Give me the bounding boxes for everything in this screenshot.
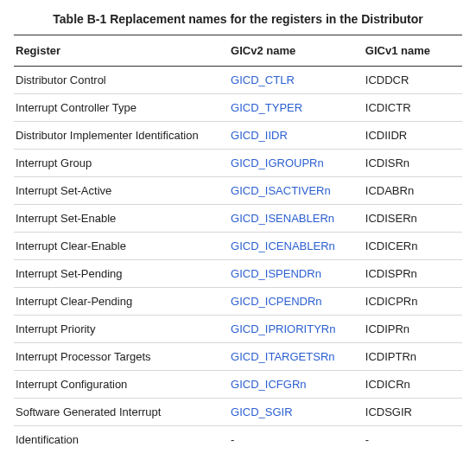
gicv2-link[interactable]: GICD_IGROUPRn (231, 156, 324, 169)
cell-gicv1-name: ICDISPRn (364, 260, 462, 288)
gicv2-link[interactable]: GICD_TYPER (231, 101, 302, 114)
table-row: Distributor ControlGICD_CTLRICDDCR (14, 67, 462, 94)
cell-gicv2-name: GICD_TYPER (229, 94, 364, 122)
cell-gicv1-name: ICDICPRn (364, 288, 462, 316)
cell-register: Interrupt Clear-Enable (14, 233, 229, 260)
table-row: Software Generated InterruptGICD_SGIRICD… (14, 399, 462, 426)
cell-register: Software Generated Interrupt (14, 399, 229, 426)
table-row: Interrupt Processor TargetsGICD_ITARGETS… (14, 343, 462, 371)
table-row: Interrupt GroupGICD_IGROUPRnICDISRn (14, 150, 462, 177)
table-row: Interrupt ConfigurationGICD_ICFGRnICDICR… (14, 371, 462, 399)
gicv2-link[interactable]: GICD_ISENABLERn (231, 212, 334, 225)
cell-gicv2-name: GICD_IIDR (229, 122, 364, 150)
cell-gicv1-name: ICDDCR (364, 67, 462, 94)
table-body: Distributor ControlGICD_CTLRICDDCRInterr… (14, 67, 462, 454)
cell-gicv2-name: GICD_IGROUPRn (229, 150, 364, 177)
cell-gicv2-name: GICD_ISPENDRn (229, 260, 364, 288)
table-row: Interrupt Set-PendingGICD_ISPENDRnICDISP… (14, 260, 462, 288)
cell-gicv2-name: GICD_IPRIORITYRn (229, 316, 364, 343)
table-row: Interrupt Set-ActiveGICD_ISACTIVERnICDAB… (14, 177, 462, 205)
cell-gicv2-name: GICD_CTLR (229, 67, 364, 94)
cell-register: Interrupt Clear-Pending (14, 288, 229, 316)
cell-register: Interrupt Priority (14, 316, 229, 343)
cell-register: Interrupt Set-Pending (14, 260, 229, 288)
gicv2-link[interactable]: GICD_ITARGETSRn (231, 350, 334, 363)
col-gicv1-name: GICv1 name (364, 35, 462, 67)
table-row: Interrupt Clear-EnableGICD_ICENABLERnICD… (14, 233, 462, 260)
table-row: Identification-- (14, 426, 462, 454)
cell-gicv1-name: ICDICTR (364, 94, 462, 122)
cell-gicv2-name: - (229, 426, 364, 454)
cell-gicv2-name: GICD_ICFGRn (229, 371, 364, 399)
gicv2-link[interactable]: GICD_ISPENDRn (231, 267, 321, 280)
cell-gicv1-name: ICDISERn (364, 205, 462, 233)
table-header-row: Register GICv2 name GICv1 name (14, 35, 462, 67)
cell-gicv1-name: ICDICRn (364, 371, 462, 399)
cell-gicv2-name: GICD_ICPENDRn (229, 288, 364, 316)
cell-gicv1-name: ICDIPTRn (364, 343, 462, 371)
gicv2-link[interactable]: GICD_CTLR (231, 73, 295, 86)
cell-gicv1-name: ICDSGIR (364, 399, 462, 426)
col-gicv2-name: GICv2 name (229, 35, 364, 67)
cell-register: Distributor Implementer Identification (14, 122, 229, 150)
gicv2-link[interactable]: GICD_ICPENDRn (231, 295, 321, 308)
gicv2-link[interactable]: GICD_ICENABLERn (231, 239, 335, 252)
cell-gicv2-name: GICD_ISACTIVERn (229, 177, 364, 205)
table-caption: Table B-1 Replacement names for the regi… (14, 12, 462, 26)
cell-gicv1-name: ICDISRn (364, 150, 462, 177)
cell-gicv1-name: ICDABRn (364, 177, 462, 205)
table-row: Interrupt Controller TypeGICD_TYPERICDIC… (14, 94, 462, 122)
cell-register: Interrupt Group (14, 150, 229, 177)
table-row: Interrupt PriorityGICD_IPRIORITYRnICDIPR… (14, 316, 462, 343)
cell-register: Interrupt Set-Active (14, 177, 229, 205)
page: Table B-1 Replacement names for the regi… (0, 0, 476, 453)
cell-gicv2-name: GICD_ICENABLERn (229, 233, 364, 260)
cell-register: Interrupt Configuration (14, 371, 229, 399)
cell-gicv2-name: GICD_SGIR (229, 399, 364, 426)
table-row: Interrupt Set-EnableGICD_ISENABLERnICDIS… (14, 205, 462, 233)
cell-gicv2-name: GICD_ITARGETSRn (229, 343, 364, 371)
table-row: Interrupt Clear-PendingGICD_ICPENDRnICDI… (14, 288, 462, 316)
table-row: Distributor Implementer IdentificationGI… (14, 122, 462, 150)
cell-register: Interrupt Set-Enable (14, 205, 229, 233)
cell-gicv1-name: - (364, 426, 462, 454)
cell-register: Interrupt Controller Type (14, 94, 229, 122)
col-register: Register (14, 35, 229, 67)
gicv2-link[interactable]: GICD_IIDR (231, 129, 288, 142)
register-table: Register GICv2 name GICv1 name Distribut… (14, 35, 462, 453)
gicv2-link[interactable]: GICD_IPRIORITYRn (231, 322, 335, 335)
cell-register: Identification (14, 426, 229, 454)
cell-gicv1-name: ICDICERn (364, 233, 462, 260)
cell-gicv1-name: ICDIIDR (364, 122, 462, 150)
gicv2-link[interactable]: GICD_ISACTIVERn (231, 184, 331, 197)
cell-register: Distributor Control (14, 67, 229, 94)
gicv2-link[interactable]: GICD_ICFGRn (231, 378, 306, 391)
gicv2-link[interactable]: GICD_SGIR (231, 405, 293, 418)
cell-gicv2-name: GICD_ISENABLERn (229, 205, 364, 233)
cell-gicv1-name: ICDIPRn (364, 316, 462, 343)
cell-register: Interrupt Processor Targets (14, 343, 229, 371)
